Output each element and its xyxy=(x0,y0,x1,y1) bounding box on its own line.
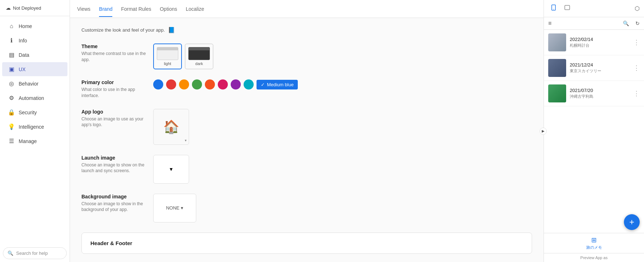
swatch-deep-orange[interactable] xyxy=(205,79,215,89)
medium-blue-button[interactable]: ✓ Medium blue xyxy=(257,80,298,89)
color-description: What color to use in the app interface. xyxy=(81,87,153,99)
tablet-device-button[interactable] xyxy=(562,3,573,14)
data-icon: ▤ xyxy=(8,51,15,58)
list-item[interactable]: 2021/07/20 沖縄古宇利島 ⋮ xyxy=(544,81,644,106)
app-search-icon[interactable]: 🔍 xyxy=(623,20,629,26)
sidebar-item-label: Data xyxy=(19,52,29,58)
app-header: ≡ 🔍 ↻ xyxy=(544,17,644,30)
search-help-input[interactable]: 🔍 Search for help xyxy=(3,247,67,259)
footer-label: 旅のメモ xyxy=(586,245,602,250)
swatch-pink[interactable] xyxy=(218,79,228,89)
preview-app-label: Preview App as xyxy=(544,253,644,262)
light-theme-preview xyxy=(157,47,178,60)
primary-color-section: Primary color What color to use in the a… xyxy=(81,79,532,99)
hf-title: Header & Footer xyxy=(90,240,523,246)
sidebar-item-behavior[interactable]: ◎ Behavior xyxy=(2,77,67,91)
security-icon: 🔒 xyxy=(8,109,15,116)
sidebar-item-home[interactable]: ⌂ Home xyxy=(2,19,67,33)
nav-items: ⌂ Home ℹ Info ▤ Data ▣ UX ◎ Behavior ⚙ A… xyxy=(0,16,70,244)
dark-theme-preview xyxy=(188,47,210,60)
intelligence-icon: 💡 xyxy=(8,123,15,130)
sidebar-item-manage[interactable]: ☰ Manage xyxy=(2,134,67,148)
sidebar-item-label: Behavior xyxy=(19,81,38,87)
sidebar-item-label: Manage xyxy=(19,138,37,144)
logo-selector[interactable]: 🏠 ▾ xyxy=(153,109,189,145)
theme-option-light[interactable]: light xyxy=(153,43,182,69)
theme-options: light dark xyxy=(153,43,532,69)
fab-add-button[interactable]: + xyxy=(624,214,640,230)
theme-description: What theme contrast to use in the app. xyxy=(81,51,153,63)
color-title: Primary color xyxy=(81,79,153,85)
docs-icon[interactable]: 📘 xyxy=(168,27,175,33)
list-item[interactable]: 2022/02/14 札幌時計台 ⋮ xyxy=(544,30,644,55)
more-button[interactable]: ⋮ xyxy=(633,89,640,97)
sidebar: ☁ Not Deployed ⌂ Home ℹ Info ▤ Data ▣ UX… xyxy=(0,0,70,262)
external-link-icon[interactable]: ⬡ xyxy=(635,5,640,12)
tab-localize[interactable]: Localize xyxy=(186,1,204,17)
launch-control: ▾ xyxy=(153,155,532,184)
tabs-bar: Views Brand Format Rules Options Localiz… xyxy=(70,0,544,18)
sidebar-item-data[interactable]: ▤ Data xyxy=(2,48,67,62)
theme-control: light dark xyxy=(153,43,532,69)
launch-selector[interactable]: ▾ xyxy=(153,155,189,184)
background-image-section: Background image Choose an image to show… xyxy=(81,194,532,222)
sidebar-item-security[interactable]: 🔒 Security xyxy=(2,105,67,119)
list-item-date: 2021/12/24 xyxy=(570,62,630,68)
tab-options[interactable]: Options xyxy=(160,1,177,17)
swatch-green[interactable] xyxy=(192,79,202,89)
theme-title: Theme xyxy=(81,43,153,49)
sidebar-item-label: Automation xyxy=(19,95,44,101)
tab-brand[interactable]: Brand xyxy=(99,1,112,17)
theme-option-dark[interactable]: dark xyxy=(185,43,213,69)
sidebar-item-ux[interactable]: ▣ UX xyxy=(2,62,67,76)
more-button[interactable]: ⋮ xyxy=(633,64,640,72)
sidebar-item-info[interactable]: ℹ Info xyxy=(2,33,67,47)
collapse-panel-button[interactable]: ▶ xyxy=(540,128,547,135)
cloud-off-icon: ☁ xyxy=(6,5,11,11)
light-theme-label: light xyxy=(164,61,171,66)
color-control: ✓ Medium blue xyxy=(153,79,532,89)
logo-label: App logo Choose an image to use as your … xyxy=(81,109,153,128)
sidebar-item-label: Info xyxy=(19,38,27,43)
info-icon: ℹ xyxy=(8,37,15,44)
list-thumbnail xyxy=(548,59,566,77)
customize-line: Customize the look and feel of your app.… xyxy=(81,27,532,33)
bg-selector[interactable]: NONE ▾ xyxy=(153,194,196,222)
header-footer-section: Header & Footer xyxy=(81,233,532,254)
list-item-info: 2021/12/24 東京スカイツリー xyxy=(570,62,630,74)
swatch-red[interactable] xyxy=(166,79,176,89)
not-deployed-badge[interactable]: ☁ Not Deployed xyxy=(6,5,41,11)
swatch-cyan[interactable] xyxy=(244,79,254,89)
swatch-orange[interactable] xyxy=(179,79,189,89)
launch-title: Launch image xyxy=(81,155,153,161)
medium-blue-label: Medium blue xyxy=(267,82,293,87)
mobile-device-button[interactable] xyxy=(548,3,559,14)
manage-icon: ☰ xyxy=(8,138,15,144)
list-item-subtitle: 札幌時計台 xyxy=(570,43,630,48)
customize-text: Customize the look and feel of your app. xyxy=(81,27,165,33)
list-thumbnail xyxy=(548,33,566,51)
list-item-info: 2022/02/14 札幌時計台 xyxy=(570,37,630,48)
launch-label: Launch image Choose an image to show on … xyxy=(81,155,153,174)
bg-label: Background image Choose an image to show… xyxy=(81,194,153,213)
filter-icon[interactable]: ≡ xyxy=(548,20,551,27)
swatch-blue[interactable] xyxy=(153,79,163,89)
theme-bar xyxy=(157,47,178,50)
sidebar-item-intelligence[interactable]: 💡 Intelligence xyxy=(2,120,67,134)
preview-toolbar: ⬡ xyxy=(544,0,644,17)
refresh-icon[interactable]: ↻ xyxy=(635,20,640,26)
tab-format-rules[interactable]: Format Rules xyxy=(121,1,151,17)
color-swatches: ✓ Medium blue xyxy=(153,79,532,89)
home-icon: ⌂ xyxy=(8,23,15,29)
main-area: Views Brand Format Rules Options Localiz… xyxy=(70,0,544,262)
tab-views[interactable]: Views xyxy=(77,1,90,17)
swatch-purple[interactable] xyxy=(231,79,241,89)
sidebar-item-automation[interactable]: ⚙ Automation xyxy=(2,91,67,105)
list-items-preview: 2022/02/14 札幌時計台 ⋮ 2021/12/24 東京スカイツリー ⋮… xyxy=(544,30,644,211)
color-label: Primary color What color to use in the a… xyxy=(81,79,153,99)
svg-rect-2 xyxy=(565,5,570,10)
list-item[interactable]: 2021/12/24 東京スカイツリー ⋮ xyxy=(544,55,644,81)
logo-title: App logo xyxy=(81,109,153,115)
content-area: Customize the look and feel of your app.… xyxy=(70,18,544,262)
more-button[interactable]: ⋮ xyxy=(633,38,640,46)
